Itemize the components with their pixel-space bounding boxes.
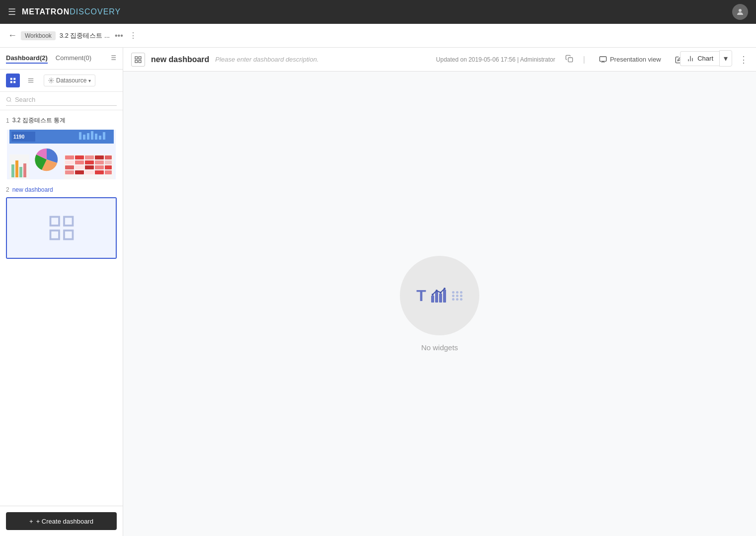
brand-metatron-text: METATRON bbox=[22, 7, 70, 16]
svg-text:1190: 1190 bbox=[13, 134, 25, 140]
chart-button-label: Chart bbox=[697, 55, 713, 62]
svg-rect-61 bbox=[95, 170, 104, 174]
sidebar-tabs: Dashboard(2) Comment(0) bbox=[0, 48, 123, 70]
svg-rect-60 bbox=[85, 170, 94, 174]
chart-button[interactable]: Chart bbox=[680, 51, 719, 66]
svg-rect-53 bbox=[65, 165, 74, 169]
svg-rect-66 bbox=[64, 230, 73, 239]
svg-rect-46 bbox=[95, 155, 104, 159]
svg-rect-35 bbox=[103, 132, 105, 140]
chart-button-area: Chart ▾ bbox=[680, 50, 732, 67]
chart-widget-icon bbox=[430, 286, 448, 306]
item-label-2: 2 new dashboard bbox=[0, 184, 123, 195]
svg-rect-57 bbox=[105, 165, 112, 169]
svg-rect-34 bbox=[99, 136, 101, 140]
presentation-view-button[interactable]: Presentation view bbox=[595, 54, 665, 66]
datasource-label: Datasource bbox=[56, 77, 86, 84]
svg-rect-56 bbox=[95, 165, 104, 169]
svg-rect-52 bbox=[105, 160, 112, 164]
list-item: 2 new dashboard bbox=[0, 184, 123, 259]
svg-rect-30 bbox=[83, 135, 85, 140]
svg-point-71 bbox=[432, 294, 434, 296]
svg-rect-16 bbox=[10, 78, 12, 80]
main-content-area: T No wid bbox=[123, 72, 756, 536]
copy-icon[interactable] bbox=[565, 55, 573, 65]
svg-rect-48 bbox=[65, 160, 74, 164]
presentation-label: Presentation view bbox=[610, 56, 661, 63]
brand-discovery-text: DISCOVERY bbox=[70, 7, 121, 16]
svg-rect-5 bbox=[568, 58, 573, 62]
item-num-1: 1 bbox=[6, 117, 9, 124]
svg-rect-4 bbox=[139, 60, 141, 63]
item-title-1: 3.2 집중테스트 통계 bbox=[12, 116, 66, 125]
dashboard-title: new dashboard bbox=[151, 55, 209, 64]
svg-rect-40 bbox=[19, 167, 22, 177]
dashboard-meta: Updated on 2019-05-06 17:56 | Administra… bbox=[436, 56, 555, 63]
divider: | bbox=[583, 55, 585, 64]
svg-rect-58 bbox=[65, 170, 74, 174]
svg-rect-43 bbox=[65, 155, 74, 159]
svg-rect-64 bbox=[64, 217, 73, 226]
back-button[interactable]: ← bbox=[8, 30, 17, 41]
text-widget-icon: T bbox=[416, 287, 426, 305]
svg-rect-19 bbox=[13, 81, 15, 83]
subheader-bar: ← Workbook 3.2 집중테스트 ... ••• ⋮ bbox=[0, 24, 756, 48]
dashboard-description[interactable]: Please enter dashboard description. bbox=[215, 56, 318, 63]
chart-dropdown-chevron[interactable]: ▾ bbox=[719, 50, 732, 67]
create-dashboard-button[interactable]: + + Create dashboard bbox=[6, 512, 117, 530]
svg-rect-62 bbox=[105, 170, 112, 174]
svg-rect-32 bbox=[91, 131, 93, 140]
search-area bbox=[0, 92, 123, 110]
svg-rect-2 bbox=[139, 57, 141, 59]
sidebar-panel: Dashboard(2) Comment(0) bbox=[0, 48, 123, 536]
svg-rect-45 bbox=[85, 155, 94, 159]
view-list-button[interactable] bbox=[24, 74, 38, 87]
svg-rect-47 bbox=[105, 155, 112, 159]
list-item: 1 3.2 집중테스트 통계 1190 bbox=[0, 114, 123, 180]
svg-point-24 bbox=[6, 97, 10, 101]
workbook-badge: Workbook bbox=[21, 31, 56, 40]
create-dashboard-label: + Create dashboard bbox=[36, 518, 93, 525]
svg-rect-3 bbox=[135, 60, 138, 63]
datasource-filter[interactable]: Datasource ▾ bbox=[44, 75, 95, 86]
workbook-dots[interactable]: ••• bbox=[115, 31, 123, 40]
view-grid-button[interactable] bbox=[6, 74, 20, 87]
sidebar-list-icon[interactable] bbox=[109, 54, 117, 64]
svg-rect-39 bbox=[15, 160, 18, 177]
svg-rect-63 bbox=[50, 217, 59, 226]
svg-rect-59 bbox=[75, 170, 84, 174]
svg-rect-50 bbox=[85, 160, 94, 164]
item-label-1: 1 3.2 집중테스트 통계 bbox=[0, 114, 123, 127]
dashboard-list: 1 3.2 집중테스트 통계 1190 bbox=[0, 110, 123, 506]
tab-dashboard[interactable]: Dashboard(2) bbox=[6, 53, 48, 64]
dashboard-thumbnail-2[interactable] bbox=[6, 197, 117, 259]
svg-rect-38 bbox=[11, 164, 14, 177]
no-widgets-label: No widgets bbox=[421, 343, 458, 352]
dashboard-thumbnail-1[interactable]: 1190 bbox=[6, 129, 117, 180]
create-plus-icon: + bbox=[29, 518, 33, 525]
tab-comment[interactable]: Comment(0) bbox=[56, 53, 91, 64]
svg-rect-67 bbox=[431, 296, 434, 303]
empty-state: T No wid bbox=[400, 256, 479, 352]
user-avatar[interactable] bbox=[732, 4, 748, 20]
subheader-more-icon[interactable]: ⋮ bbox=[129, 31, 137, 40]
svg-rect-65 bbox=[50, 230, 59, 239]
svg-rect-29 bbox=[79, 132, 81, 140]
dashboard-more-icon[interactable]: ⋮ bbox=[739, 54, 748, 65]
sidebar-footer: + + Create dashboard bbox=[0, 506, 123, 536]
svg-rect-41 bbox=[23, 163, 26, 177]
search-input[interactable] bbox=[15, 96, 117, 103]
svg-line-25 bbox=[10, 101, 11, 102]
sidebar-controls: Datasource ▾ bbox=[0, 70, 123, 92]
svg-rect-44 bbox=[75, 155, 84, 159]
svg-rect-18 bbox=[10, 81, 12, 83]
svg-rect-70 bbox=[443, 290, 446, 303]
svg-point-0 bbox=[739, 9, 742, 12]
item-num-2: 2 bbox=[6, 186, 9, 193]
svg-rect-17 bbox=[13, 78, 15, 80]
brand-logo: METATRON DISCOVERY bbox=[22, 7, 121, 16]
svg-rect-68 bbox=[435, 292, 438, 303]
hamburger-icon[interactable]: ☰ bbox=[8, 6, 16, 17]
svg-rect-31 bbox=[87, 133, 89, 140]
svg-rect-69 bbox=[439, 294, 442, 303]
